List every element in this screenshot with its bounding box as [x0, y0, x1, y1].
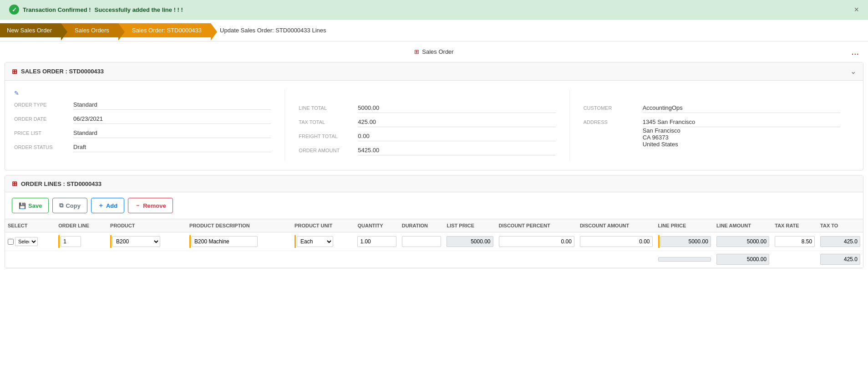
tax-total-label: TAX TOTAL	[299, 118, 358, 125]
th-line-amount: LINE AMOUNT	[714, 219, 772, 232]
address-row: ADDRESS 1345 San Francisco San Francisco…	[584, 118, 840, 148]
th-product-unit: PRODUCT UNIT	[292, 219, 355, 232]
line-price-value: 5000.00	[660, 236, 711, 247]
breadcrumb-current-page: Update Sales Order: STD0000433 Lines	[220, 27, 326, 34]
order-lines-title-text: ORDER LINES : STD0000433	[21, 180, 102, 187]
totals-discamt-empty	[577, 251, 655, 268]
totals-line-amount-value: 5000.00	[716, 254, 769, 265]
success-normal: Successfully added the line ! ! !	[95, 6, 183, 13]
remove-button[interactable]: － Remove	[128, 198, 173, 213]
th-quantity: QUANTITY	[355, 219, 399, 232]
order-date-label: ORDER DATE	[14, 115, 73, 122]
freight-total-value: 0.00	[358, 133, 555, 141]
copy-label: Copy	[66, 202, 81, 209]
price-list-value: Standard	[73, 129, 271, 138]
add-button[interactable]: ＋ Add	[91, 198, 124, 213]
line-total-row: LINE TOTAL 5000.00	[299, 104, 555, 113]
td-tax-total: 425.0	[817, 232, 863, 251]
totals-lineprice-empty	[655, 251, 714, 268]
freight-total-label: FREIGHT TOTAL	[299, 133, 358, 139]
totals-lineamt: 5000.00	[714, 251, 772, 268]
th-order-line: ORDER LINE	[56, 219, 107, 232]
order-lines-toolbar: 💾 Save ⧉ Copy ＋ Add － Remove	[5, 192, 863, 219]
tax-total-row: TAX TOTAL 425.00	[299, 118, 555, 127]
td-select: Select	[5, 232, 56, 251]
th-tax-total: TAX TO	[817, 219, 863, 232]
order-type-value: Standard	[73, 101, 271, 110]
order-type-row: ORDER TYPE Standard	[14, 101, 271, 110]
order-type-label: ORDER TYPE	[14, 101, 73, 108]
add-icon: ＋	[98, 201, 104, 210]
banner-close-button[interactable]: ×	[854, 5, 859, 15]
success-banner: ✓ Transaction Confirmed ! Successfully a…	[0, 0, 868, 20]
save-button[interactable]: 💾 Save	[12, 198, 49, 213]
sales-order-section-header: ⊞ SALES ORDER : STD0000433 ⌄	[5, 62, 863, 81]
td-discount-percent	[496, 232, 577, 251]
td-quantity	[355, 232, 399, 251]
order-status-value: Draft	[73, 144, 271, 152]
order-info-col-middle: LINE TOTAL 5000.00 TAX TOTAL 425.00 FREI…	[284, 90, 569, 161]
quantity-input[interactable]	[357, 236, 396, 247]
page-title: ⊞ Sales Order	[414, 48, 453, 55]
totals-taxtotal: 425.0	[817, 251, 863, 268]
table-row: Select	[5, 232, 863, 251]
totals-discpct-empty	[496, 251, 577, 268]
duration-input[interactable]	[402, 236, 442, 247]
product-select[interactable]: B200	[112, 236, 160, 247]
td-order-line	[56, 232, 107, 251]
breadcrumb-new-sales-order[interactable]: New Sales Order	[0, 23, 61, 37]
section-collapse-button[interactable]: ⌄	[850, 67, 856, 76]
line-total-value: 5000.00	[358, 104, 555, 113]
breadcrumb-sales-orders[interactable]: Sales Orders	[61, 23, 118, 37]
price-list-row: PRICE LIST Standard	[14, 129, 271, 138]
th-line-price: LINE PRICE	[655, 219, 714, 232]
td-tax-rate	[772, 232, 817, 251]
order-date-row: ORDER DATE 06/23/2021	[14, 115, 271, 124]
order-info-col-right: CUSTOMER AccountingOps ADDRESS 1345 San …	[569, 90, 854, 161]
discount-percent-input[interactable]	[499, 236, 574, 247]
th-tax-rate: TAX RATE	[772, 219, 817, 232]
customer-label: CUSTOMER	[584, 104, 643, 111]
row-checkbox[interactable]	[8, 239, 14, 245]
discount-amount-input[interactable]	[580, 236, 653, 247]
order-lines-icon: ⊞	[12, 180, 17, 187]
select-dropdown[interactable]: Select	[15, 237, 38, 246]
order-lines-section-title: ⊞ ORDER LINES : STD0000433	[12, 180, 102, 187]
th-product: PRODUCT	[107, 219, 187, 232]
freight-total-row: FREIGHT TOTAL 0.00	[299, 133, 555, 141]
breadcrumb: New Sales Order Sales Orders Sales Order…	[0, 20, 868, 41]
totals-taxrate-empty	[772, 251, 817, 268]
th-list-price: LIST PRICE	[444, 219, 496, 232]
totals-row: 5000.00 425.0	[5, 251, 863, 268]
td-list-price: 5000.00	[444, 232, 496, 251]
order-amount-row: ORDER AMOUNT 5425.00	[299, 147, 555, 155]
th-discount-percent: DISCOUNT PERCENT	[496, 219, 577, 232]
grid-icon: ⊞	[414, 48, 419, 55]
order-lines-section-header: ⊞ ORDER LINES : STD0000433	[5, 175, 863, 192]
order-line-input[interactable]	[61, 236, 81, 247]
td-discount-amount	[577, 232, 655, 251]
td-duration	[399, 232, 444, 251]
order-amount-value: 5425.00	[358, 147, 555, 155]
sales-order-section: ⊞ SALES ORDER : STD0000433 ⌄ ✎ ORDER TYP…	[5, 62, 863, 170]
edit-icon[interactable]: ✎	[14, 90, 271, 97]
remove-label: Remove	[143, 202, 166, 209]
more-options-button[interactable]: ...	[851, 46, 859, 57]
order-status-row: ORDER STATUS Draft	[14, 144, 271, 152]
sales-order-title-text: SALES ORDER : STD0000433	[21, 68, 104, 75]
order-status-label: ORDER STATUS	[14, 144, 73, 150]
check-icon: ✓	[9, 5, 19, 15]
address-label: ADDRESS	[584, 118, 643, 125]
totals-lineprice-field	[658, 257, 711, 262]
product-unit-select[interactable]: Each	[297, 236, 333, 247]
product-description-input[interactable]	[192, 236, 258, 247]
td-line-amount: 5000.00	[714, 232, 772, 251]
address-line1: 1345 San Francisco	[643, 118, 840, 127]
order-lines-section: ⊞ ORDER LINES : STD0000433 💾 Save ⧉ Copy…	[5, 175, 863, 268]
breadcrumb-sales-order-detail[interactable]: Sales Order: STD0000433	[118, 23, 211, 37]
tax-rate-input[interactable]	[775, 236, 815, 247]
copy-button[interactable]: ⧉ Copy	[52, 198, 87, 213]
page-title-text: Sales Order	[422, 48, 453, 55]
th-discount-amount: DISCOUNT AMOUNT	[577, 219, 655, 232]
tax-total-value: 425.0	[820, 236, 860, 247]
